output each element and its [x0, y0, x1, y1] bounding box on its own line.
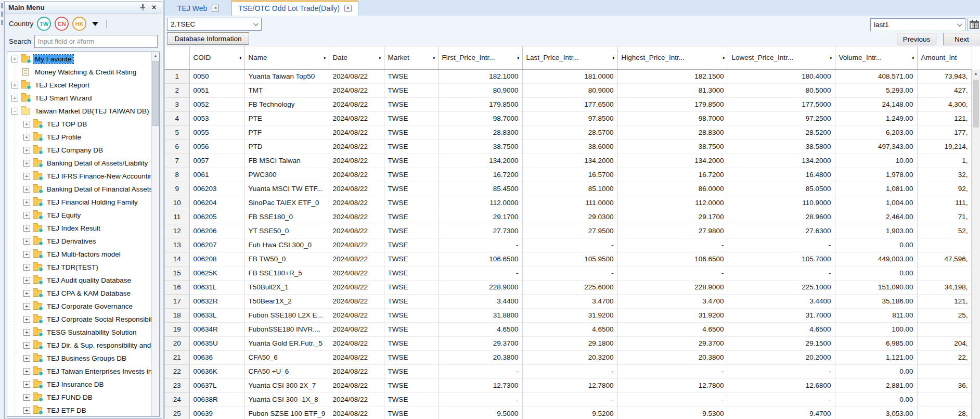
- table-cell[interactable]: 179.8500: [617, 97, 728, 111]
- table-cell[interactable]: 0.00: [835, 364, 917, 378]
- table-cell[interactable]: 2024/08/22: [329, 280, 384, 294]
- table-cell[interactable]: PTF: [244, 125, 329, 139]
- table-cell[interactable]: 81.3000: [617, 83, 728, 97]
- tree-expander-icon[interactable]: +: [23, 316, 30, 323]
- tree-item[interactable]: +TEJ Equity: [7, 209, 151, 222]
- tree-item[interactable]: +TEJ Derivatives: [7, 235, 151, 248]
- table-cell[interactable]: 00632R: [189, 294, 244, 308]
- tree-expander-icon[interactable]: +: [23, 394, 30, 401]
- table-cell[interactable]: 00633L: [189, 308, 244, 322]
- tree-expander-icon[interactable]: +: [23, 277, 30, 284]
- table-cell[interactable]: 98.7000: [617, 111, 728, 125]
- table-cell[interactable]: TWSE: [384, 378, 438, 392]
- column-header-highest-price-intr-[interactable]: Highest_Price_Intr...♦: [617, 46, 728, 69]
- table-cell[interactable]: 181.0000: [522, 69, 617, 83]
- table-cell[interactable]: 2,464.00: [835, 210, 917, 224]
- table-cell[interactable]: 2024/08/22: [329, 308, 384, 322]
- tree-scrollbar-thumb[interactable]: [152, 61, 159, 126]
- table-cell[interactable]: 00631L: [189, 280, 244, 294]
- table-cell[interactable]: 2024/08/22: [329, 392, 384, 407]
- scroll-up-icon[interactable]: ▲: [152, 52, 159, 60]
- country-badge-hk[interactable]: HK: [72, 17, 86, 31]
- column-header-lowest-price-intr-[interactable]: Lowest_Price_Intr...♦: [728, 46, 835, 69]
- tree-item[interactable]: +Banking Detail of Assets/Liability: [7, 157, 151, 170]
- table-cell[interactable]: 12.7800: [522, 378, 617, 392]
- table-cell[interactable]: 204,: [917, 336, 972, 350]
- table-cell[interactable]: 1,978.00: [835, 168, 917, 182]
- table-cell[interactable]: 134.2000: [728, 154, 835, 168]
- tree-item[interactable]: +TEJ Business Groups DB: [7, 352, 151, 365]
- table-cell[interactable]: 2024/08/22: [329, 364, 384, 378]
- table-cell[interactable]: 4,300,: [917, 97, 972, 111]
- table-cell[interactable]: 92,: [917, 182, 972, 196]
- table-cell[interactable]: TWSE: [384, 280, 438, 294]
- table-cell[interactable]: 19,214,: [917, 139, 972, 154]
- table-cell[interactable]: 3,053.00: [835, 407, 917, 419]
- table-cell[interactable]: 80.9000: [522, 83, 617, 97]
- table-cell[interactable]: 0052: [189, 97, 244, 111]
- table-cell[interactable]: 9.4700: [728, 407, 835, 419]
- table-cell[interactable]: 134.2000: [438, 154, 522, 168]
- tree-scrollbar[interactable]: ▲: [151, 52, 159, 416]
- table-cell[interactable]: TWSE: [384, 252, 438, 266]
- table-cell[interactable]: 0053: [189, 111, 244, 125]
- table-cell[interactable]: -: [522, 238, 617, 252]
- table-cell[interactable]: 111,: [917, 196, 972, 210]
- country-badge-tw[interactable]: TW: [37, 17, 51, 31]
- table-cell[interactable]: 29.1700: [617, 210, 728, 224]
- table-cell[interactable]: 9.5200: [522, 407, 617, 419]
- table-cell[interactable]: 0057: [189, 154, 244, 168]
- table-cell[interactable]: 80.5000: [728, 83, 835, 97]
- table-cell[interactable]: 2024/08/22: [329, 182, 384, 196]
- table-cell[interactable]: 28.8300: [617, 125, 728, 139]
- table-cell[interactable]: [917, 266, 972, 280]
- table-cell[interactable]: -: [728, 364, 835, 378]
- table-cell[interactable]: 006204: [189, 196, 244, 210]
- table-cell[interactable]: Yuanta MSCI TW ETF...: [244, 182, 329, 196]
- tree-expander-icon[interactable]: +: [23, 355, 30, 362]
- tree-item[interactable]: +TEJ Dir. & Sup. responsibility and s: [7, 339, 151, 352]
- tree-expander-icon[interactable]: +: [23, 173, 30, 180]
- table-cell[interactable]: 2024/08/22: [329, 294, 384, 308]
- table-cell[interactable]: 1,121.00: [835, 350, 917, 364]
- table-cell[interactable]: 29.3700: [617, 336, 728, 350]
- table-cell[interactable]: 2024/08/22: [329, 69, 384, 83]
- table-cell[interactable]: 86.0000: [617, 182, 728, 196]
- table-scrollbar-thumb[interactable]: [973, 80, 979, 128]
- table-cell[interactable]: 2024/08/22: [329, 322, 384, 336]
- table-cell[interactable]: 134.2000: [522, 154, 617, 168]
- table-cell[interactable]: 811.00: [835, 308, 917, 322]
- table-cell[interactable]: 006203: [189, 182, 244, 196]
- table-cell[interactable]: -: [617, 266, 728, 280]
- table-cell[interactable]: 449,003.00: [835, 252, 917, 266]
- table-cell[interactable]: 408,571.00: [835, 69, 917, 83]
- table-cell[interactable]: 28.5200: [728, 125, 835, 139]
- table-cell[interactable]: -: [438, 238, 522, 252]
- table-cell[interactable]: 47,596,: [917, 252, 972, 266]
- table-cell[interactable]: 00637L: [189, 378, 244, 392]
- table-cell[interactable]: 28,: [917, 407, 972, 419]
- tree-expander-icon[interactable]: +: [23, 264, 30, 271]
- table-cell[interactable]: Yuanta CSI 300 -1X_8: [244, 392, 329, 407]
- table-cell[interactable]: 105.7000: [728, 252, 835, 266]
- tree-expander-icon[interactable]: +: [23, 147, 30, 154]
- pin-icon[interactable]: [138, 3, 147, 11]
- table-cell[interactable]: Fuh Hwa CSI 300_0: [244, 238, 329, 252]
- table-cell[interactable]: 2024/08/22: [329, 407, 384, 419]
- table-cell[interactable]: 98.7000: [438, 111, 522, 125]
- table-cell[interactable]: 29.3700: [438, 336, 522, 350]
- table-cell[interactable]: TWSE: [384, 69, 438, 83]
- table-cell[interactable]: 2024/08/22: [329, 139, 384, 154]
- table-cell[interactable]: 182.1500: [617, 69, 728, 83]
- table-cell[interactable]: 00635U: [189, 336, 244, 350]
- table-cell[interactable]: 177.5000: [728, 97, 835, 111]
- column-header-coid[interactable]: COID♦: [189, 46, 244, 69]
- table-cell[interactable]: TWSE: [384, 294, 438, 308]
- table-cell[interactable]: -: [617, 238, 728, 252]
- table-cell[interactable]: TWSE: [384, 111, 438, 125]
- table-cell[interactable]: 34,198,: [917, 280, 972, 294]
- scroll-up-icon[interactable]: ▲: [972, 69, 980, 78]
- table-cell[interactable]: TWSE: [384, 407, 438, 419]
- table-cell[interactable]: 1,081.00: [835, 182, 917, 196]
- tree-expander-icon[interactable]: +: [23, 199, 30, 206]
